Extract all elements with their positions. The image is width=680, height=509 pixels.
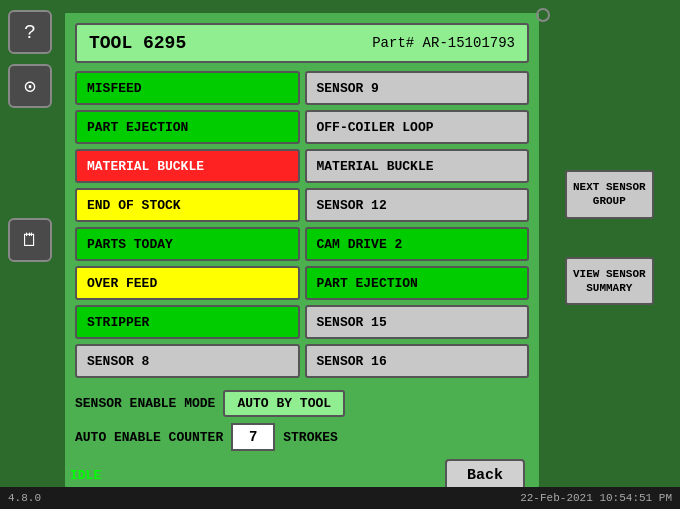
sensor-enable-row: SENSOR ENABLE MODE AUTO BY TOOL — [75, 390, 529, 417]
cam-drive-2-button[interactable]: CAM DRIVE 2 — [305, 227, 530, 261]
main-panel: TOOL 6295 Part# AR-15101793 MISFEED SENS… — [62, 10, 542, 490]
camera-button[interactable]: ⊙ — [8, 64, 52, 108]
stripper-button[interactable]: STRIPPER — [75, 305, 300, 339]
part-ejection-button[interactable]: PART EJECTION — [75, 110, 300, 144]
sensor-16-button[interactable]: SENSOR 16 — [305, 344, 530, 378]
help-button[interactable]: ? — [8, 10, 52, 54]
bottom-section: SENSOR ENABLE MODE AUTO BY TOOL AUTO ENA… — [75, 386, 529, 463]
datetime-label: 22-Feb-2021 10:54:51 PM — [520, 492, 672, 504]
strokes-label: STROKES — [283, 430, 338, 445]
sensor-enable-value-button[interactable]: AUTO BY TOOL — [223, 390, 345, 417]
clipboard-button[interactable]: 🗒 — [8, 218, 52, 262]
circle-indicator — [536, 8, 550, 22]
sensor-9-button[interactable]: SENSOR 9 — [305, 71, 530, 105]
misfeed-button[interactable]: MISFEED — [75, 71, 300, 105]
status-bar: 4.8.0 22-Feb-2021 10:54:51 PM — [0, 487, 680, 509]
view-sensor-summary-button[interactable]: VIEW SENSOR SUMMARY — [565, 257, 654, 306]
next-sensor-group-button[interactable]: NEXT SENSOR GROUP — [565, 170, 654, 219]
sensor-8-button[interactable]: SENSOR 8 — [75, 344, 300, 378]
right-panel: NEXT SENSOR GROUP VIEW SENSOR SUMMARY — [565, 10, 675, 305]
parts-today-button[interactable]: PARTS TODAY — [75, 227, 300, 261]
clipboard-icon: 🗒 — [21, 230, 39, 251]
view-sensor-summary-label: VIEW SENSOR SUMMARY — [573, 268, 646, 294]
idle-status: IDLE — [70, 468, 101, 483]
material-buckle-left-button[interactable]: MATERIAL BUCKLE — [75, 149, 300, 183]
sensor-15-button[interactable]: SENSOR 15 — [305, 305, 530, 339]
sensor-enable-label: SENSOR ENABLE MODE — [75, 396, 215, 411]
over-feed-button[interactable]: OVER FEED — [75, 266, 300, 300]
end-of-stock-button[interactable]: END OF STOCK — [75, 188, 300, 222]
auto-enable-counter-row: AUTO ENABLE COUNTER STROKES — [75, 423, 529, 451]
sensor-12-button[interactable]: SENSOR 12 — [305, 188, 530, 222]
auto-enable-label: AUTO ENABLE COUNTER — [75, 430, 223, 445]
left-sidebar: ? ⊙ 🗒 — [0, 0, 60, 509]
question-icon: ? — [24, 21, 36, 44]
sensor-grid: MISFEED SENSOR 9 PART EJECTION OFF-COILE… — [75, 71, 529, 378]
off-coiler-loop-button[interactable]: OFF-COILER LOOP — [305, 110, 530, 144]
counter-input[interactable] — [231, 423, 275, 451]
part-ejection-right-button[interactable]: PART EJECTION — [305, 266, 530, 300]
tool-header: TOOL 6295 Part# AR-15101793 — [75, 23, 529, 63]
part-number: Part# AR-15101793 — [372, 35, 515, 51]
material-buckle-right-button[interactable]: MATERIAL BUCKLE — [305, 149, 530, 183]
version-label: 4.8.0 — [8, 492, 41, 504]
camera-icon: ⊙ — [24, 74, 36, 99]
tool-title: TOOL 6295 — [89, 33, 186, 53]
next-sensor-group-label: NEXT SENSOR GROUP — [573, 181, 646, 207]
